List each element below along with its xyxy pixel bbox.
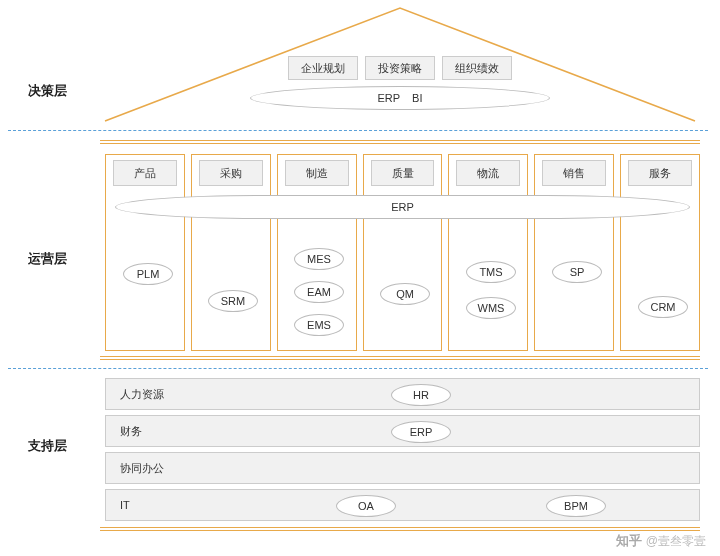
- support-row-0: 人力资源 HR: [105, 378, 700, 410]
- divider-solid-2: [100, 356, 700, 360]
- support-row-label-0: 人力资源: [120, 387, 164, 402]
- roof-box-2: 组织绩效: [442, 56, 512, 80]
- pill-srm: SRM: [208, 290, 258, 312]
- ops-col-0: 产品: [105, 154, 185, 351]
- ops-col-header-3: 质量: [371, 160, 435, 186]
- pill-sp: SP: [552, 261, 602, 283]
- ops-columns: 产品 采购 制造 质量 物流 销售 服务: [105, 154, 700, 351]
- layer-label-decision: 决策层: [28, 82, 67, 100]
- pill-tms: TMS: [466, 261, 516, 283]
- support-row-1: 财务 ERP: [105, 415, 700, 447]
- pill-hr: HR: [391, 384, 451, 406]
- pill-crm: CRM: [638, 296, 688, 318]
- ops-col-6: 服务: [620, 154, 700, 351]
- support-rows: 人力资源 HR 财务 ERP 协同办公 IT OA BPM: [105, 378, 700, 521]
- pill-plm: PLM: [123, 263, 173, 285]
- roof-system-0: ERP: [377, 92, 400, 104]
- ops-col-1: 采购: [191, 154, 271, 351]
- divider-solid-1: [100, 140, 700, 144]
- pill-wms: WMS: [466, 297, 516, 319]
- support-row-2: 协同办公: [105, 452, 700, 484]
- roof-box-1: 投资策略: [365, 56, 435, 80]
- ops-col-header-6: 服务: [628, 160, 692, 186]
- roof-system-1: BI: [412, 92, 422, 104]
- zhihu-icon: 知乎: [616, 532, 642, 550]
- pill-mes: MES: [294, 248, 344, 270]
- ops-col-header-1: 采购: [199, 160, 263, 186]
- ops-col-header-5: 销售: [542, 160, 606, 186]
- support-row-label-2: 协同办公: [120, 461, 164, 476]
- ops-col-3: 质量: [363, 154, 443, 351]
- ops-col-header-2: 制造: [285, 160, 349, 186]
- roof-systems-ellipse: ERP BI: [250, 86, 550, 110]
- layer-label-operations: 运营层: [28, 250, 67, 268]
- ops-col-4: 物流: [448, 154, 528, 351]
- support-row-label-3: IT: [120, 499, 130, 511]
- watermark-text: @壹叁零壹: [646, 533, 706, 550]
- ops-col-5: 销售: [534, 154, 614, 351]
- support-row-label-1: 财务: [120, 424, 142, 439]
- divider-solid-3: [100, 527, 700, 531]
- ops-erp-band: ERP: [115, 195, 690, 219]
- pill-qm: QM: [380, 283, 430, 305]
- ops-col-header-4: 物流: [456, 160, 520, 186]
- watermark: 知乎 @壹叁零壹: [616, 532, 706, 550]
- pill-oa: OA: [336, 495, 396, 517]
- divider-dash-1: [8, 130, 708, 131]
- pill-bpm: BPM: [546, 495, 606, 517]
- divider-dash-2: [8, 368, 708, 369]
- pill-erp-fin: ERP: [391, 421, 451, 443]
- pill-ems: EMS: [294, 314, 344, 336]
- roof-box-0: 企业规划: [288, 56, 358, 80]
- pill-eam: EAM: [294, 281, 344, 303]
- ops-col-header-0: 产品: [113, 160, 177, 186]
- support-row-3: IT OA BPM: [105, 489, 700, 521]
- layer-label-support: 支持层: [28, 437, 67, 455]
